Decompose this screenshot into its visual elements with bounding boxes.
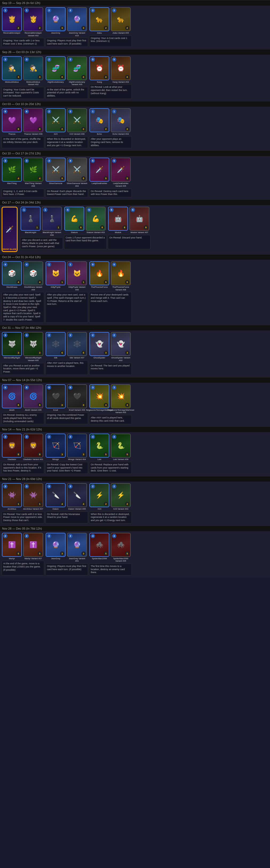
card-item[interactable]: 45Loki Variant #08	[111, 434, 131, 461]
card-item[interactable]: 68Alioth Variant #05	[23, 384, 43, 411]
card-item[interactable]: 11KittyPryde	[46, 261, 66, 291]
card-name: HighEvolutionary Variant #05	[67, 81, 87, 86]
card-item[interactable]: 33NegasonicTeenageWarhead	[89, 384, 110, 414]
card-item[interactable]: 23JeanGrey Variant #15	[67, 7, 87, 37]
card-pair: 56ThePhoenixForce56ThePhoenixForce Varia…	[89, 261, 132, 291]
cards-row: 68Alioth68Alioth Variant #05On Reveal: D…	[2, 384, 268, 425]
card-item[interactable]: 23Mirage	[46, 434, 66, 461]
card-group-5-1: 11KittyPryde11KittyPryde Variant #05Afte…	[46, 261, 88, 323]
card-item[interactable]: 23GhostSpider	[89, 332, 110, 362]
card-name: BlackKnight	[25, 231, 36, 234]
card-item[interactable]: 56ThePhoenixForce Variant #06	[111, 261, 131, 291]
featured-card[interactable]: EBONY BLADE	[2, 207, 18, 252]
card-item[interactable]: 34Daken Variant #05	[67, 483, 87, 510]
card-item[interactable]: 68Thanos Variant #06	[23, 108, 43, 135]
card-name: Echo Variant #04	[113, 133, 129, 135]
card-item[interactable]: 31Annihilus Variant #07	[23, 483, 43, 510]
card-item[interactable]: 22X23 Variant #03	[111, 483, 131, 510]
card-item[interactable]: 12RevenaMenslayer	[2, 7, 22, 37]
card-item[interactable]: 25Silk	[46, 332, 66, 359]
card-item[interactable]: 34ManThing Variant #06	[23, 158, 43, 187]
card-name: JeanGrey Variant #01	[67, 557, 87, 562]
card-item[interactable]: 45SpiderMan2099	[89, 533, 110, 562]
card-name: X23	[97, 508, 101, 510]
card-item[interactable]: 12RevenaMenslayer Variant #02	[23, 7, 43, 37]
card-item[interactable]: 23JeanGrey	[46, 533, 66, 562]
card-item[interactable]: 45Loki	[89, 434, 110, 461]
card-item[interactable]: 12Echo Variant #04	[111, 108, 131, 135]
card-item[interactable]: 33NegasonicTeenageWarhead Variant #05	[111, 384, 131, 414]
card-item[interactable]: 50Kang Variant #03	[111, 56, 131, 84]
card-item[interactable]: 31Annihilus	[2, 483, 22, 510]
card-item[interactable]: 58Modok Variant #07	[129, 207, 150, 234]
card-item[interactable]: 60Knull Variant #09	[67, 384, 87, 411]
card-item[interactable]: 34ManThing	[2, 158, 22, 187]
card-item[interactable]: 55LadyDeathstrike	[89, 158, 110, 187]
card-description: After you discard a card, add the Ebony …	[20, 237, 63, 249]
card-item[interactable]: 38Gladiator	[2, 434, 22, 461]
card-group-9-1: 34Daken34Daken Variant #05On Reveal: Add…	[46, 483, 88, 524]
card-cost: 3	[68, 484, 72, 489]
card-item[interactable]: 11BlackKnight	[20, 207, 41, 236]
card-item[interactable]: 25Martyr Variant #07	[23, 533, 43, 560]
card-item[interactable]: 45SpiderMan2099 Variant #05	[111, 533, 131, 562]
card-item[interactable]: 55LadyDeathstrike Variant #05	[111, 158, 131, 187]
card-item[interactable]: 22Zabu Variant #05	[111, 7, 131, 34]
card-item[interactable]: 20HighEvolutionary Variant #05	[67, 56, 87, 86]
card-power: 3	[81, 26, 86, 30]
card-item[interactable]: 33MobiusMobius Variant #02	[23, 56, 43, 86]
card-item[interactable]: 44DiceMinara Variant #05	[23, 261, 43, 291]
card-item[interactable]: 34Daken	[46, 483, 66, 510]
card-cost: 3	[25, 57, 29, 62]
card-cost: 5	[110, 208, 114, 212]
card-name: GhostSpider Variant #02	[111, 356, 131, 362]
card-item[interactable]: 23GhostSpider Variant #02	[111, 332, 131, 362]
card-item[interactable]: 45SilverSamurai	[46, 158, 66, 187]
card-item[interactable]: 68Thanos	[2, 108, 22, 135]
card-group-3-2: 55LadyDeathstrike55LadyDeathstrike Varia…	[89, 158, 132, 197]
card-power: 1	[16, 502, 21, 506]
card-item[interactable]: 22X23	[46, 108, 66, 135]
card-name: Thanos Variant #06	[24, 133, 42, 135]
card-cost: 3	[91, 385, 95, 390]
card-item[interactable]: 45SilverSamurai Variant #04	[67, 158, 87, 187]
card-description: On Reveal: The last card you played move…	[89, 363, 132, 375]
card-item[interactable]: 56ThePhoenixForce	[89, 261, 110, 291]
card-item[interactable]: 12Echo	[89, 108, 110, 135]
card-item[interactable]: 58Modok	[108, 207, 128, 234]
card-description: When this is discarded or destroyed, reg…	[46, 136, 88, 148]
card-name: HighEvolutionary	[48, 81, 63, 84]
card-item[interactable]: 58Stature Variant #03	[85, 207, 106, 234]
card-item[interactable]: 25Silk Variant #07	[67, 332, 87, 359]
card-item[interactable]: 22X23 Variant #06	[67, 108, 87, 135]
card-item[interactable]: 23Mirage Variant #04	[67, 434, 87, 461]
card-item[interactable]: 50Kang	[89, 56, 110, 84]
card-item[interactable]: 25Martyr	[2, 533, 22, 560]
card-item[interactable]: 22Zabu	[89, 7, 110, 34]
card-pair: 25Martyr25Martyr Variant #07	[2, 533, 44, 560]
card-description: At the start of the game, unlock the pot…	[46, 87, 88, 99]
card-group-1-0: 33MobiusMobius33MobiusMobius Variant #02…	[2, 56, 44, 99]
card-item[interactable]: 44DiceMinara	[2, 261, 22, 291]
card-group-6-2: 23GhostSpider23GhostSpider Variant #02On…	[89, 332, 132, 375]
card-description: Costs 1 if your opponent discarded a car…	[64, 235, 107, 250]
card-item[interactable]: 60Knull	[46, 384, 66, 411]
card-item[interactable]: 11BlackKnight Variant #08	[41, 207, 62, 236]
card-item[interactable]: 11KittyPryde Variant #05	[67, 261, 87, 291]
card-pair: 11KittyPryde11KittyPryde Variant #05	[46, 261, 88, 291]
week-header: Oct 10 — Oct 17 (In 27d 12h)	[0, 150, 270, 156]
card-description: At the end of the game, move to a locati…	[2, 561, 44, 576]
card-item[interactable]: 38Gladiator Variant #01	[23, 434, 43, 461]
card-item[interactable]: 33WerewolfByNight	[2, 332, 22, 362]
card-item[interactable]: 22X23	[89, 483, 110, 510]
card-name: ManThing Variant #06	[23, 182, 43, 187]
card-item[interactable]: 23JeanGrey Variant #01	[67, 533, 87, 562]
card-item[interactable]: 23JeanGrey	[46, 7, 66, 37]
card-item[interactable]: 20HighEvolutionary	[46, 56, 66, 86]
card-item[interactable]: 33MobiusMobius	[2, 56, 22, 86]
card-item[interactable]: 58Stature	[64, 207, 85, 234]
card-item[interactable]: 68Alioth	[2, 384, 22, 411]
card-power: 3	[104, 403, 108, 407]
week-header: Oct 24 — Oct 31 (In 41d 12h)	[0, 254, 270, 260]
card-item[interactable]: 33WerewolfByNight Variant #05	[23, 332, 43, 362]
